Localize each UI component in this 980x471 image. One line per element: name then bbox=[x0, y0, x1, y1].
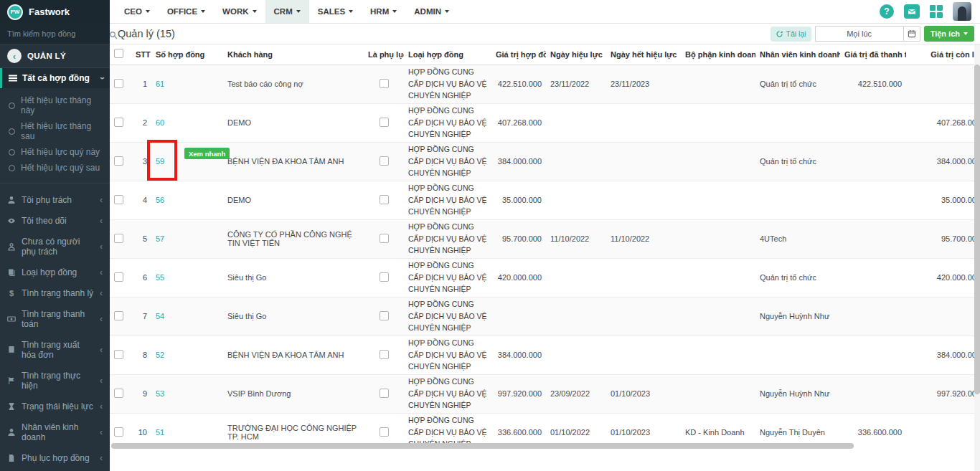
cell-paid-value bbox=[840, 374, 906, 413]
addendum-checkbox[interactable] bbox=[380, 350, 389, 359]
cell-contract-value: 420.000.000 bbox=[491, 258, 546, 297]
reload-button[interactable]: Tải lại bbox=[771, 27, 811, 42]
row-checkbox-cell bbox=[110, 142, 131, 181]
sidebar-item-2[interactable]: Chưa có người phụ trách‹ bbox=[0, 231, 110, 262]
table-row: 161Test báo cáo công nợHỢP ĐỒNG CUNG CẤP… bbox=[110, 65, 980, 103]
addendum-checkbox[interactable] bbox=[380, 311, 389, 320]
contract-number-link[interactable]: 52 bbox=[156, 351, 164, 359]
sidebar-item-6[interactable]: Tình trạng xuất hóa đơn‹ bbox=[0, 334, 110, 365]
sidebar-item-5[interactable]: Tình trạng thanh toán‹ bbox=[0, 303, 110, 334]
nav-item-work[interactable]: WORK bbox=[214, 0, 265, 23]
addendum-checkbox[interactable] bbox=[380, 195, 389, 204]
sidebar-item-label: Loại hợp đồng bbox=[22, 267, 77, 277]
brand-header[interactable]: FW Fastwork bbox=[0, 0, 110, 24]
caret-down-icon bbox=[349, 10, 353, 13]
addendum-checkbox[interactable] bbox=[380, 79, 389, 88]
help-icon[interactable]: ? bbox=[880, 4, 894, 19]
utilities-button[interactable]: Tiện ích bbox=[924, 26, 974, 42]
sidebar-search bbox=[0, 24, 110, 44]
contract-number-link[interactable]: 54 bbox=[156, 312, 164, 320]
time-filter-input[interactable] bbox=[815, 26, 903, 42]
sidebar-item-all-contracts[interactable]: Tất cả hợp đồng ‹ bbox=[0, 68, 110, 88]
cell-contract-no: 61 bbox=[151, 65, 223, 103]
sidebar-item-10[interactable]: Phụ lục hợp đồng‹ bbox=[0, 447, 110, 468]
collapse-sidebar-button[interactable]: ‹ bbox=[7, 49, 22, 63]
contract-number-link[interactable]: 56 bbox=[156, 196, 164, 204]
addendum-checkbox[interactable] bbox=[380, 234, 389, 243]
sidebar-item-7[interactable]: Tình trạng thực hiện‹ bbox=[0, 365, 110, 396]
sidebar-subitem-2[interactable]: Hết hiệu lực quý này bbox=[0, 144, 110, 160]
cell-remaining-value: 35.000.000 bbox=[906, 181, 980, 219]
sidebar-item-9[interactable]: Nhân viên kinh doanh‹ bbox=[0, 417, 110, 447]
row-checkbox[interactable] bbox=[114, 118, 123, 127]
nav-item-crm[interactable]: CRM bbox=[265, 0, 309, 23]
nav-item-office[interactable]: OFFICE bbox=[159, 0, 214, 23]
sidebar-subitem-3[interactable]: Hết hiệu lực quý sau bbox=[0, 160, 110, 176]
user-outline-icon bbox=[7, 242, 16, 251]
addendum-checkbox[interactable] bbox=[380, 118, 389, 127]
row-checkbox-cell bbox=[110, 65, 131, 103]
chevron-left-icon: ‹ bbox=[100, 453, 103, 463]
sidebar-item-1[interactable]: Tôi theo dõi‹ bbox=[0, 210, 110, 231]
vertical-scrollbar-track[interactable] bbox=[974, 44, 980, 471]
row-checkbox[interactable] bbox=[114, 79, 123, 88]
nav-item-label: CRM bbox=[274, 7, 293, 16]
user-avatar[interactable] bbox=[953, 2, 971, 21]
radio-circle-icon bbox=[9, 103, 15, 109]
addendum-checkbox[interactable] bbox=[380, 427, 389, 437]
contract-number-link[interactable]: 57 bbox=[156, 234, 164, 243]
page-toolbar: Quản lý (15) Tải lại Tiện ích bbox=[110, 24, 980, 44]
cell-contract-no: 52 bbox=[151, 336, 223, 374]
row-checkbox[interactable] bbox=[114, 311, 123, 320]
table-row: 655Siêu thị GoHỢP ĐỒNG CUNG CẤP DỊCH VỤ … bbox=[110, 258, 980, 297]
mail-icon[interactable] bbox=[904, 4, 920, 19]
column-header-4: Là phụ lục bbox=[364, 44, 404, 65]
row-checkbox[interactable] bbox=[114, 195, 123, 204]
nav-item-hrm[interactable]: HRM bbox=[362, 0, 405, 23]
addendum-checkbox[interactable] bbox=[380, 156, 389, 166]
sidebar-item-3[interactable]: Loại hợp đồng‹ bbox=[0, 262, 110, 282]
contract-number-link[interactable]: 61 bbox=[156, 80, 164, 88]
row-checkbox[interactable] bbox=[114, 234, 123, 243]
horizontal-scrollbar[interactable] bbox=[111, 443, 854, 449]
contract-number-link[interactable]: 51 bbox=[156, 428, 164, 437]
addendum-checkbox[interactable] bbox=[380, 389, 389, 398]
nav-item-admin[interactable]: ADMIN bbox=[405, 0, 458, 23]
quick-view-badge[interactable]: Xem nhanh bbox=[184, 148, 230, 159]
contract-number-link[interactable]: 55 bbox=[156, 273, 164, 282]
sidebar-item-8[interactable]: Trạng thái hiệu lực‹ bbox=[0, 396, 110, 417]
calendar-icon[interactable] bbox=[903, 26, 920, 42]
caret-down-icon bbox=[392, 10, 397, 13]
row-checkbox[interactable] bbox=[114, 427, 123, 437]
sidebar-subitem-1[interactable]: Hết hiệu lực tháng sau bbox=[0, 118, 110, 144]
section-title: QUẢN LÝ bbox=[27, 52, 66, 60]
list-icon bbox=[9, 74, 17, 82]
contract-number-link[interactable]: 53 bbox=[156, 389, 164, 398]
column-header-8: Ngày hết hiệu lực bbox=[606, 44, 681, 65]
row-checkbox[interactable] bbox=[114, 350, 123, 359]
contract-number-link[interactable]: 59 bbox=[156, 157, 164, 166]
cell-contract-type: HỢP ĐỒNG CUNG CẤP DỊCH VỤ BẢO VỆ CHUYÊN … bbox=[404, 258, 491, 297]
search-input[interactable] bbox=[7, 29, 109, 38]
vertical-scrollbar[interactable] bbox=[974, 65, 980, 394]
sidebar-item-4[interactable]: $Tình trạng thanh lý‹ bbox=[0, 282, 110, 303]
cell-contract-value: 384.000.000 bbox=[491, 142, 546, 181]
search-icon[interactable] bbox=[109, 29, 118, 38]
sidebar-item-0[interactable]: Tôi phụ trách‹ bbox=[0, 189, 110, 210]
cell-salesperson: Quản trị tổ chức bbox=[755, 65, 840, 103]
nav-item-ceo[interactable]: CEO bbox=[116, 0, 159, 23]
select-all-checkbox[interactable] bbox=[114, 49, 123, 58]
caret-down-icon bbox=[963, 32, 968, 35]
row-checkbox[interactable] bbox=[114, 272, 123, 282]
module-menu: CEOOFFICEWORKCRMSALESHRMADMIN bbox=[110, 0, 458, 23]
contract-number-link[interactable]: 60 bbox=[156, 118, 164, 127]
sidebar-subitem-0[interactable]: Hết hiệu lực tháng này bbox=[0, 92, 110, 118]
cell-contract-type: HỢP ĐỒNG CUNG CẤP DỊCH VỤ BẢO VỆ CHUYÊN … bbox=[404, 181, 491, 219]
row-checkbox[interactable] bbox=[114, 156, 123, 166]
app-grid-icon[interactable] bbox=[930, 5, 943, 18]
cell-effective-date bbox=[546, 142, 606, 181]
addendum-checkbox[interactable] bbox=[380, 272, 389, 282]
nav-item-sales[interactable]: SALES bbox=[309, 0, 362, 23]
chevron-left-icon: ‹ bbox=[100, 376, 103, 386]
row-checkbox[interactable] bbox=[114, 389, 123, 398]
